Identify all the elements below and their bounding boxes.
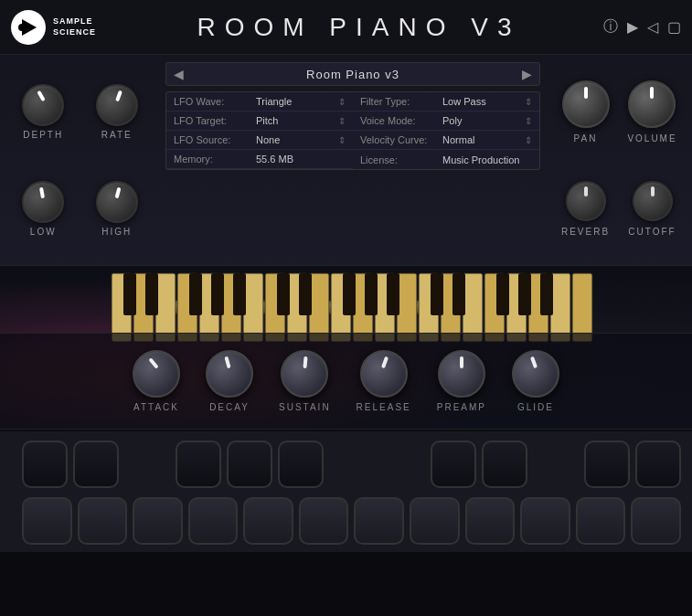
key-black-8[interactable] (584, 441, 630, 488)
high-knob[interactable] (96, 181, 138, 223)
high-group: HIGH (96, 181, 138, 237)
logo-icon (11, 10, 46, 45)
rate-group: RATE (96, 84, 138, 140)
volume-label: VOLUME (627, 133, 676, 143)
key-black-9[interactable] (635, 441, 681, 488)
preset-prev-button[interactable]: ◀ (174, 67, 184, 81)
glide-knob[interactable] (512, 350, 559, 398)
decay-knob[interactable] (206, 350, 253, 398)
rewind-icon[interactable]: ◁ (647, 18, 658, 36)
svg-rect-32 (365, 273, 378, 315)
right-knobs: PAN VOLUME REVERB CUTOFF (546, 55, 692, 265)
key-white-10[interactable] (520, 497, 570, 545)
svg-rect-33 (387, 273, 399, 315)
key-white-1[interactable] (22, 497, 72, 545)
low-knob[interactable] (22, 181, 64, 223)
lfo-target-value: Pitch (256, 115, 338, 126)
window-icon[interactable]: ▢ (667, 18, 681, 36)
release-knob[interactable] (360, 350, 408, 398)
attack-knob[interactable] (133, 350, 180, 398)
play-icon[interactable]: ▶ (627, 18, 638, 36)
svg-rect-18 (463, 273, 483, 342)
lfo-source-label: LFO Source: (174, 134, 256, 145)
voice-mode-arrows[interactable]: ⇕ (525, 116, 532, 126)
svg-rect-37 (518, 273, 531, 315)
param-row-lfo-wave: LFO Wave: Triangle ⇕ (166, 92, 353, 112)
key-white-2[interactable] (78, 497, 128, 545)
key-black-1[interactable] (22, 441, 68, 488)
volume-knob[interactable] (628, 80, 676, 128)
preamp-label: PREAMP (437, 402, 486, 412)
key-white-3[interactable] (133, 497, 183, 545)
volume-group: VOLUME (627, 80, 676, 143)
lfo-source-arrows[interactable]: ⇕ (338, 135, 346, 145)
memory-label: Memory: (174, 154, 256, 165)
preset-next-button[interactable]: ▶ (522, 67, 532, 81)
filter-type-arrows[interactable]: ⇕ (525, 97, 532, 107)
reverb-group: REVERB (561, 181, 610, 237)
param-grid: LFO Wave: Triangle ⇕ Filter Type: Low Pa… (165, 91, 540, 170)
logo: SAMPLE SCIENCE (11, 10, 96, 45)
svg-rect-29 (277, 273, 290, 315)
lfo-target-arrows[interactable]: ⇕ (338, 116, 346, 126)
voice-mode-label: Voice Mode: (360, 115, 442, 126)
header-icons: ⓘ ▶ ◁ ▢ (603, 17, 681, 37)
param-row-filter-type: Filter Type: Low Pass ⇕ (353, 92, 539, 112)
reverb-knob[interactable] (566, 181, 606, 221)
sustain-knob[interactable] (281, 350, 328, 398)
depth-label: DEPTH (23, 130, 63, 140)
attack-group: ATTACK (133, 350, 180, 412)
velocity-curve-arrows[interactable]: ⇕ (525, 135, 532, 145)
decay-group: DECAY (206, 350, 253, 412)
key-white-8[interactable] (410, 497, 460, 545)
key-black-6[interactable] (431, 441, 476, 488)
param-row-memory: Memory: 55.6 MB (166, 150, 353, 169)
svg-rect-28 (233, 273, 246, 315)
lfo-wave-arrows[interactable]: ⇕ (338, 97, 346, 107)
key-black-2[interactable] (73, 441, 119, 488)
attack-label: ATTACK (133, 402, 179, 412)
svg-rect-27 (211, 273, 224, 315)
rate-knob[interactable] (96, 84, 138, 126)
key-row-bottom (11, 497, 681, 545)
key-black-7[interactable] (482, 441, 527, 488)
license-value: Music Production (442, 154, 532, 165)
high-label: HIGH (101, 227, 132, 237)
key-white-9[interactable] (465, 497, 516, 545)
key-white-4[interactable] (188, 497, 239, 545)
preamp-knob[interactable] (438, 350, 485, 398)
app-title: ROOM PIANO V3 (114, 13, 603, 42)
key-black-5[interactable] (278, 441, 324, 488)
info-icon[interactable]: ⓘ (603, 17, 618, 37)
key-black-3[interactable] (176, 441, 221, 488)
cutoff-label: CUTOFF (628, 227, 676, 237)
sustain-group: SUSTAIN (279, 350, 331, 412)
left-knobs: DEPTH RATE LOW HIGH (0, 55, 160, 265)
preamp-group: PREAMP (437, 350, 486, 412)
voice-mode-value: Poly (442, 115, 525, 126)
param-row-velocity-curve: Velocity Curve: Normal ⇕ (353, 131, 539, 150)
logo-text: SAMPLE SCIENCE (53, 16, 96, 37)
cutoff-knob[interactable] (633, 181, 673, 221)
svg-rect-15 (397, 273, 417, 342)
depth-knob[interactable] (22, 84, 64, 126)
svg-rect-31 (343, 273, 356, 315)
main-area: DEPTH RATE LOW HIGH ◀ Room Piano v3 ▶ LF… (0, 55, 692, 265)
key-white-7[interactable] (354, 497, 404, 545)
key-white-12[interactable] (631, 497, 681, 545)
cutoff-group: CUTOFF (628, 181, 676, 237)
release-label: RELEASE (357, 402, 411, 412)
velocity-curve-label: Velocity Curve: (360, 134, 442, 145)
rate-label: RATE (101, 130, 133, 140)
logo-line2: SCIENCE (53, 27, 96, 37)
key-white-6[interactable] (299, 497, 349, 545)
svg-rect-8 (243, 273, 263, 342)
svg-rect-11 (309, 273, 329, 342)
pan-knob[interactable] (562, 80, 610, 128)
adsr-area: ATTACK DECAY SUSTAIN RELEASE PREAMP GLID… (0, 333, 692, 429)
key-white-11[interactable] (576, 497, 626, 545)
svg-rect-36 (496, 273, 509, 315)
svg-rect-35 (452, 273, 465, 315)
key-white-5[interactable] (243, 497, 293, 545)
key-black-4[interactable] (227, 441, 272, 488)
